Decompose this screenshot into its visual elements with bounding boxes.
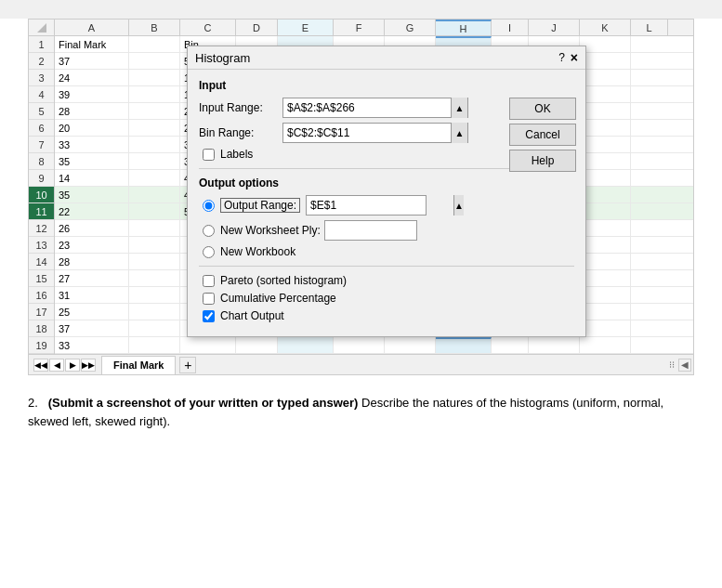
new-worksheet-field[interactable] <box>324 220 417 241</box>
row-num-9: 9 <box>29 170 54 187</box>
output-range-radio-label: Output Range: <box>220 198 300 213</box>
dialog-body: OK Cancel Help Input Input Range: ▲ <box>188 70 585 336</box>
row-num-2: 2 <box>29 53 54 70</box>
input-range-label: Input Range: <box>199 101 282 114</box>
scroll-left-arrow[interactable]: ◀ <box>678 359 691 372</box>
sheet-tabs: ◀◀ ◀ ▶ ▶▶ Final Mark + ⁝⁝ ◀ <box>29 354 693 374</box>
input-range-field[interactable]: ▲ <box>282 98 468 118</box>
row-num-11: 11 <box>29 203 54 220</box>
col-header-c[interactable]: C <box>180 20 236 35</box>
cumulative-label: Cumulative Percentage <box>220 292 336 305</box>
tab-last-btn[interactable]: ▶▶ <box>81 359 96 372</box>
horizontal-scrollbar[interactable]: ⁝⁝ ◀ <box>669 359 691 372</box>
row-num-6: 6 <box>29 120 54 137</box>
pareto-checkbox[interactable] <box>203 275 215 287</box>
column-headers: A B C D E F G H I J K L <box>29 20 693 36</box>
dialog-title: Histogram <box>195 51 250 65</box>
output-range-field[interactable]: ▲ <box>306 195 427 216</box>
chart-output-checkbox[interactable] <box>203 310 215 322</box>
col-header-g[interactable]: G <box>385 20 436 35</box>
chart-output-row: Chart Output <box>199 309 574 322</box>
input-range-input[interactable] <box>283 98 451 117</box>
row-num-18: 18 <box>29 320 54 337</box>
row-num-19: 19 <box>29 337 54 354</box>
dialog-title-controls: ? × <box>558 50 578 65</box>
row-num-16: 16 <box>29 287 54 304</box>
labels-checkbox[interactable] <box>203 149 215 161</box>
question-number: 2. <box>28 396 38 410</box>
row-num-17: 17 <box>29 304 54 320</box>
tab-next-btn[interactable]: ▶ <box>65 359 80 372</box>
col-header-e[interactable]: E <box>278 20 334 35</box>
tab-prev-btn[interactable]: ◀ <box>49 359 64 372</box>
col-header-d[interactable]: D <box>236 20 278 35</box>
row-num-13: 13 <box>29 237 54 254</box>
input-range-arrow[interactable]: ▲ <box>451 98 467 118</box>
help-button[interactable]: Help <box>509 150 576 172</box>
cell-a1[interactable]: Final Mark <box>55 36 129 52</box>
output-range-row: Output Range: ▲ <box>199 195 574 216</box>
col-header-a[interactable]: A <box>55 20 129 35</box>
row-num-5: 5 <box>29 103 54 120</box>
cumulative-row: Cumulative Percentage <box>199 292 574 305</box>
question-area: 2. (Submit a screenshot of your written … <box>28 394 694 430</box>
dialog-close-button[interactable]: × <box>571 50 578 65</box>
cancel-button[interactable]: Cancel <box>509 124 576 146</box>
bin-range-label: Bin Range: <box>199 126 282 139</box>
dialog-action-buttons: OK Cancel Help <box>509 98 576 172</box>
new-worksheet-label: New Worksheet Ply: <box>220 224 321 237</box>
col-header-b[interactable]: B <box>129 20 180 35</box>
output-range-arrow[interactable]: ▲ <box>453 195 464 216</box>
sheet-tab-final-mark[interactable]: Final Mark <box>101 356 176 374</box>
col-header-i[interactable]: I <box>492 20 529 35</box>
row-num-4: 4 <box>29 86 54 103</box>
svg-marker-0 <box>37 23 46 33</box>
tab-navigation: ◀◀ ◀ ▶ ▶▶ <box>33 359 97 372</box>
bin-range-field[interactable]: ▲ <box>282 123 468 143</box>
row-num-3: 3 <box>29 70 54 86</box>
new-workbook-row: New Workbook <box>199 245 574 258</box>
pareto-label: Pareto (sorted histogram) <box>220 274 347 287</box>
scroll-dots: ⁝⁝ <box>669 359 675 370</box>
cumulative-checkbox[interactable] <box>203 293 215 305</box>
cell-a2[interactable]: 37 <box>55 53 129 69</box>
col-header-f[interactable]: F <box>334 20 385 35</box>
bin-range-input[interactable] <box>283 124 451 142</box>
row-num-14: 14 <box>29 254 54 270</box>
pareto-row: Pareto (sorted histogram) <box>199 274 574 287</box>
new-workbook-radio[interactable] <box>203 246 215 258</box>
new-worksheet-row: New Worksheet Ply: <box>199 220 574 241</box>
cell-b1[interactable] <box>129 36 180 52</box>
dialog-help-icon[interactable]: ? <box>558 51 565 64</box>
spreadsheet: A B C D E F G H I J K L 1 2 3 4 5 6 7 8 <box>28 19 694 375</box>
row-num-8: 8 <box>29 153 54 170</box>
tab-first-btn[interactable]: ◀◀ <box>33 359 48 372</box>
input-section-label: Input <box>199 79 574 92</box>
row-num-12: 12 <box>29 220 54 237</box>
add-sheet-button[interactable]: + <box>179 357 196 373</box>
output-options-label: Output options <box>199 176 574 189</box>
col-header-l[interactable]: L <box>631 20 668 35</box>
output-range-input[interactable] <box>307 196 453 215</box>
new-workbook-label: New Workbook <box>220 245 295 258</box>
bin-range-arrow[interactable]: ▲ <box>451 123 467 143</box>
row-num-15: 15 <box>29 270 54 287</box>
col-header-j[interactable]: J <box>529 20 580 35</box>
dialog-titlebar: Histogram ? × <box>188 46 585 70</box>
col-header-h[interactable]: H <box>436 20 492 35</box>
new-worksheet-radio[interactable] <box>203 225 215 237</box>
chart-output-label: Chart Output <box>220 309 284 322</box>
question-bold-text: (Submit a screenshot of your written or … <box>48 396 359 410</box>
new-worksheet-input[interactable] <box>325 221 472 240</box>
ok-button[interactable]: OK <box>509 98 576 120</box>
cell-k1[interactable] <box>580 36 631 52</box>
output-range-radio[interactable] <box>203 200 215 212</box>
row-num-10: 10 <box>29 187 54 203</box>
row-num-7: 7 <box>29 137 54 153</box>
corner-cell <box>29 20 55 35</box>
histogram-dialog: Histogram ? × OK Cancel Help Input <box>187 46 586 337</box>
labels-label: Labels <box>220 148 253 161</box>
col-header-k[interactable]: K <box>580 20 631 35</box>
row-num-1: 1 <box>29 36 54 53</box>
row-numbers: 1 2 3 4 5 6 7 8 9 10 11 12 13 14 15 16 1… <box>29 36 55 354</box>
